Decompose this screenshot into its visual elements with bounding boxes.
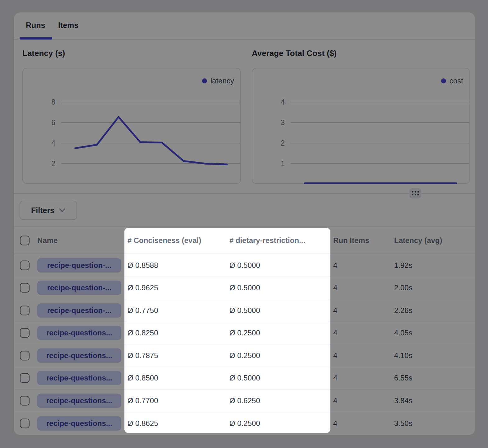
chevron-down-icon	[59, 208, 66, 212]
cell-latency-avg: 3.84s	[394, 390, 412, 412]
cell-latency-avg: 2.26s	[394, 299, 412, 322]
row-checkbox[interactable]	[20, 328, 30, 338]
header-latency-avg[interactable]: Latency (avg)	[394, 227, 442, 254]
svg-text:2: 2	[281, 139, 285, 147]
table-row[interactable]: recipe-questions... Ø 0.7700 Ø 0.6250 4 …	[14, 390, 475, 412]
cell-conciseness: Ø 0.9625	[127, 277, 158, 299]
cell-conciseness: Ø 0.8250	[127, 322, 158, 344]
table-row[interactable]: recipe-question-... Ø 0.8588 Ø 0.5000 4 …	[14, 254, 475, 277]
cell-run-items: 4	[333, 254, 337, 277]
svg-text:6: 6	[51, 119, 55, 127]
cell-conciseness: Ø 0.8588	[127, 254, 158, 277]
run-name-pill[interactable]: recipe-questions...	[37, 371, 121, 385]
table-row[interactable]: recipe-questions... Ø 0.8500 Ø 0.5000 4 …	[14, 367, 475, 390]
section-divider	[14, 193, 475, 194]
cell-run-items: 4	[333, 344, 337, 367]
table-row[interactable]: recipe-questions... Ø 0.8250 Ø 0.2500 4 …	[14, 322, 475, 345]
cell-latency-avg: 4.05s	[394, 322, 412, 344]
cell-dietary-restriction: Ø 0.2500	[229, 344, 260, 367]
cost-line-chart: 4321	[252, 68, 471, 184]
cell-conciseness: Ø 0.8500	[127, 367, 158, 390]
row-checkbox[interactable]	[20, 306, 30, 315]
run-name-pill[interactable]: recipe-questions...	[37, 326, 121, 340]
header-name[interactable]: Name	[37, 227, 58, 254]
cell-conciseness: Ø 0.7700	[127, 390, 158, 412]
table-body: recipe-question-... Ø 0.8588 Ø 0.5000 4 …	[14, 254, 475, 435]
cell-run-items: 4	[333, 299, 337, 322]
row-checkbox[interactable]	[20, 260, 30, 270]
run-name-pill[interactable]: recipe-question-...	[37, 281, 121, 295]
cell-dietary-restriction: Ø 0.5000	[229, 277, 260, 299]
cell-conciseness: Ø 0.8625	[127, 412, 158, 435]
latency-legend-label: latency	[210, 77, 234, 85]
cell-run-items: 4	[333, 390, 337, 412]
svg-text:4: 4	[51, 139, 55, 147]
table-header: Name # Conciseness (eval) # dietary-rest…	[14, 226, 475, 254]
header-run-items[interactable]: Run Items	[333, 227, 369, 254]
cost-legend-label: cost	[449, 77, 463, 85]
latency-line-chart: 8642	[23, 68, 242, 184]
dashboard-card: Runs Items Latency (s) Average Total Cos…	[14, 12, 475, 435]
tab-bar: Runs Items	[14, 12, 475, 40]
row-checkbox[interactable]	[20, 373, 30, 383]
cell-dietary-restriction: Ø 0.5000	[229, 367, 260, 390]
row-checkbox[interactable]	[20, 396, 30, 405]
cell-run-items: 4	[333, 322, 337, 344]
cell-conciseness: Ø 0.7750	[127, 299, 158, 322]
tab-runs[interactable]: Runs	[26, 21, 45, 30]
run-name-pill[interactable]: recipe-questions...	[37, 348, 121, 363]
svg-text:1: 1	[281, 160, 285, 168]
cell-run-items: 4	[333, 412, 337, 435]
cell-run-items: 4	[333, 367, 337, 390]
run-name-pill[interactable]: recipe-questions...	[37, 416, 121, 431]
cell-latency-avg: 1.92s	[394, 254, 412, 277]
cell-run-items: 4	[333, 277, 337, 299]
row-checkbox[interactable]	[20, 418, 30, 428]
svg-text:8: 8	[51, 98, 55, 106]
active-tab-indicator	[20, 37, 52, 40]
svg-text:3: 3	[281, 119, 285, 127]
row-checkbox[interactable]	[20, 351, 30, 360]
filters-button[interactable]: Filters	[20, 201, 77, 220]
filters-button-label: Filters	[31, 206, 54, 215]
runs-dashboard: { "colors": { "accent": "#4a48cf", "pill…	[0, 0, 488, 448]
cost-chart-title: Average Total Cost ($)	[252, 49, 337, 58]
cost-chart-panel: 4321 cost	[252, 68, 470, 184]
run-name-pill[interactable]: recipe-question-...	[37, 258, 121, 273]
cell-dietary-restriction: Ø 0.2500	[229, 412, 260, 435]
drag-dots-icon[interactable]	[409, 188, 421, 198]
table-row[interactable]: recipe-questions... Ø 0.8625 Ø 0.2500 4 …	[14, 412, 475, 435]
cost-legend: cost	[441, 77, 463, 85]
cost-legend-dot-icon	[441, 78, 446, 83]
cell-dietary-restriction: Ø 0.5000	[229, 299, 260, 322]
svg-text:4: 4	[281, 98, 285, 106]
select-all-checkbox[interactable]	[20, 236, 30, 245]
cell-conciseness: Ø 0.7875	[127, 344, 158, 367]
cell-latency-avg: 6.55s	[394, 367, 412, 390]
latency-legend-dot-icon	[202, 78, 207, 83]
header-dietary-restriction[interactable]: # dietary-restriction...	[229, 227, 305, 254]
tab-items[interactable]: Items	[58, 21, 78, 30]
table-row[interactable]: recipe-question-... Ø 0.7750 Ø 0.5000 4 …	[14, 299, 475, 322]
table-row[interactable]: recipe-question-... Ø 0.9625 Ø 0.5000 4 …	[14, 277, 475, 300]
latency-chart-title: Latency (s)	[22, 49, 65, 58]
cell-dietary-restriction: Ø 0.5000	[229, 254, 260, 277]
latency-legend: latency	[202, 77, 234, 85]
latency-chart-panel: 8642 latency	[22, 68, 241, 184]
cell-latency-avg: 4.10s	[394, 344, 412, 367]
svg-text:2: 2	[51, 160, 55, 168]
cell-latency-avg: 3.50s	[394, 412, 412, 435]
cell-dietary-restriction: Ø 0.6250	[229, 390, 260, 412]
cell-dietary-restriction: Ø 0.2500	[229, 322, 260, 344]
row-checkbox[interactable]	[20, 283, 30, 293]
table-row[interactable]: recipe-questions... Ø 0.7875 Ø 0.2500 4 …	[14, 344, 475, 367]
run-name-pill[interactable]: recipe-question-...	[37, 303, 121, 318]
cell-latency-avg: 2.00s	[394, 277, 412, 299]
run-name-pill[interactable]: recipe-questions...	[37, 394, 121, 408]
header-conciseness[interactable]: # Conciseness (eval)	[127, 227, 201, 254]
